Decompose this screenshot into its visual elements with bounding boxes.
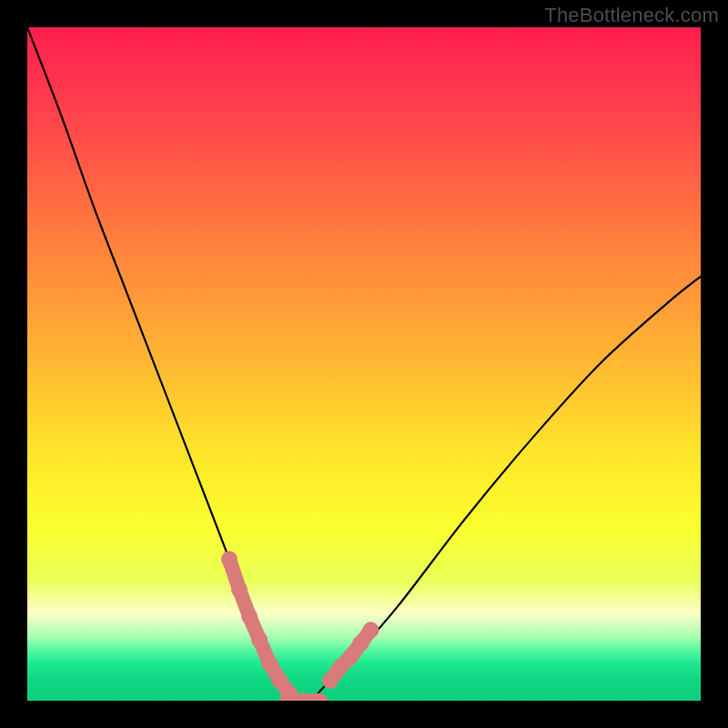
marker-dot bbox=[322, 672, 339, 689]
marker-dot bbox=[272, 672, 288, 689]
bottleneck-curve bbox=[27, 27, 701, 701]
marker-dot bbox=[362, 622, 379, 638]
watermark-text: TheBottleneck.com bbox=[544, 4, 719, 27]
marker-layer bbox=[221, 551, 379, 701]
marker-dot bbox=[251, 632, 268, 648]
marker-dot bbox=[352, 635, 369, 652]
marker-dot bbox=[231, 581, 248, 598]
plot-area bbox=[27, 27, 701, 701]
marker-dot bbox=[342, 649, 359, 665]
curve-layer bbox=[27, 27, 701, 701]
chart-frame: TheBottleneck.com bbox=[0, 0, 728, 728]
marker-dot bbox=[221, 551, 238, 568]
marker-dot bbox=[261, 655, 278, 672]
marker-dot bbox=[241, 609, 258, 625]
